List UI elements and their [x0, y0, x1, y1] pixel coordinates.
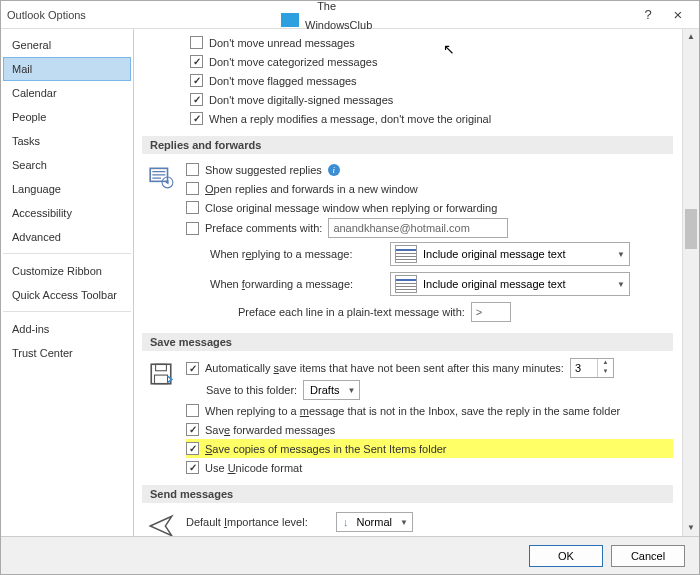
svg-rect-3 — [156, 364, 167, 371]
sidebar-item-tasks[interactable]: Tasks — [3, 129, 131, 153]
options-content: Don't move unread messages Don't move ca… — [134, 29, 681, 537]
save-sent-items-checkbox[interactable] — [186, 442, 199, 455]
replies-forwards-header: Replies and forwards — [142, 136, 673, 154]
open-new-window-label: Open replies and forwards in a new windo… — [205, 183, 418, 195]
chevron-down-icon: ▼ — [347, 386, 355, 395]
dont-move-categorized-checkbox[interactable] — [190, 55, 203, 68]
sidebar-item-calendar[interactable]: Calendar — [3, 81, 131, 105]
chevron-down-icon: ▼ — [617, 280, 625, 289]
chevron-down-icon: ▼ — [617, 250, 625, 259]
sidebar-item-language[interactable]: Language — [3, 177, 131, 201]
close-original-label: Close original message window when reply… — [205, 202, 497, 214]
save-to-folder-dropdown[interactable]: Drafts▼ — [303, 380, 360, 400]
ok-button[interactable]: OK — [529, 545, 603, 567]
preface-comments-checkbox[interactable] — [186, 222, 199, 235]
dont-move-flagged-label: Don't move flagged messages — [209, 75, 357, 87]
sidebar-item-people[interactable]: People — [3, 105, 131, 129]
spin-up-icon[interactable]: ▲ — [598, 359, 613, 368]
save-forwarded-checkbox[interactable] — [186, 423, 199, 436]
preface-each-line-input[interactable] — [471, 302, 511, 322]
help-button[interactable]: ? — [633, 7, 663, 22]
vertical-scrollbar[interactable]: ▲ ▼ — [682, 29, 699, 537]
title-bar: Outlook Options ? × — [1, 1, 699, 29]
preface-comments-label: Preface comments with: — [205, 222, 322, 234]
show-suggested-replies-checkbox[interactable] — [186, 163, 199, 176]
spin-down-icon[interactable]: ▼ — [598, 368, 613, 377]
sidebar-item-mail[interactable]: Mail — [3, 57, 131, 81]
scroll-up-button[interactable]: ▲ — [683, 29, 699, 46]
use-unicode-label: Use Unicode format — [205, 462, 302, 474]
dialog-footer: OK Cancel — [1, 536, 699, 574]
default-importance-label: Default Importance level: — [186, 516, 326, 528]
sidebar-item-trust-center[interactable]: Trust Center — [3, 341, 131, 365]
dont-move-categorized-label: Don't move categorized messages — [209, 56, 377, 68]
preface-each-line-label: Preface each line in a plain-text messag… — [238, 306, 465, 318]
info-icon[interactable]: i — [328, 164, 340, 176]
close-original-checkbox[interactable] — [186, 201, 199, 214]
dont-move-signed-checkbox[interactable] — [190, 93, 203, 106]
save-forwarded-label: Save forwarded messages — [205, 424, 335, 436]
send-messages-header: Send messages — [142, 485, 673, 503]
auto-save-label: Automatically save items that have not b… — [205, 362, 564, 374]
dont-move-unread-checkbox[interactable] — [190, 36, 203, 49]
save-messages-icon — [142, 357, 180, 477]
reply-same-folder-label: When replying to a message that is not i… — [205, 405, 620, 417]
show-suggested-replies-label: Show suggested replies — [205, 164, 322, 176]
when-forwarding-label: When forwarding a message: — [210, 278, 380, 290]
sidebar-item-customize-ribbon[interactable]: Customize Ribbon — [3, 259, 131, 283]
reply-mode-icon — [395, 245, 417, 263]
use-unicode-checkbox[interactable] — [186, 461, 199, 474]
auto-save-minutes-spinner[interactable]: ▲▼ — [570, 358, 614, 378]
save-sent-items-label: Save copies of messages in the Sent Item… — [205, 443, 447, 455]
scroll-down-button[interactable]: ▼ — [683, 520, 699, 537]
sidebar-item-general[interactable]: General — [3, 33, 131, 57]
close-button[interactable]: × — [663, 6, 693, 23]
save-to-folder-label: Save to this folder: — [206, 384, 297, 396]
sidebar-item-add-ins[interactable]: Add-ins — [3, 317, 131, 341]
forward-mode-icon — [395, 275, 417, 293]
when-forwarding-dropdown[interactable]: Include original message text ▼ — [390, 272, 630, 296]
sidebar-item-accessibility[interactable]: Accessibility — [3, 201, 131, 225]
dont-move-reply-modified-checkbox[interactable] — [190, 112, 203, 125]
svg-rect-4 — [155, 375, 168, 384]
importance-arrow-icon: ↓ — [343, 516, 349, 528]
open-new-window-checkbox[interactable] — [186, 182, 199, 195]
category-sidebar: General Mail Calendar People Tasks Searc… — [1, 29, 134, 537]
default-importance-dropdown[interactable]: ↓Normal▼ — [336, 512, 413, 532]
sidebar-item-search[interactable]: Search — [3, 153, 131, 177]
send-messages-icon — [142, 509, 180, 537]
dont-move-flagged-checkbox[interactable] — [190, 74, 203, 87]
scroll-thumb[interactable] — [685, 209, 697, 249]
cancel-button[interactable]: Cancel — [611, 545, 685, 567]
save-messages-header: Save messages — [142, 333, 673, 351]
when-replying-label: When replying to a message: — [210, 248, 380, 260]
auto-save-checkbox[interactable] — [186, 362, 199, 375]
when-replying-dropdown[interactable]: Include original message text ▼ — [390, 242, 630, 266]
chevron-down-icon: ▼ — [400, 518, 408, 527]
preface-comments-input[interactable] — [328, 218, 508, 238]
dont-move-signed-label: Don't move digitally-signed messages — [209, 94, 393, 106]
dont-move-reply-modified-label: When a reply modifies a message, don't m… — [209, 113, 491, 125]
sidebar-item-quick-access-toolbar[interactable]: Quick Access Toolbar — [3, 283, 131, 307]
window-title: Outlook Options — [7, 9, 633, 21]
sidebar-item-advanced[interactable]: Advanced — [3, 225, 131, 249]
replies-forwards-icon — [142, 160, 180, 325]
dont-move-unread-label: Don't move unread messages — [209, 37, 355, 49]
reply-same-folder-checkbox[interactable] — [186, 404, 199, 417]
